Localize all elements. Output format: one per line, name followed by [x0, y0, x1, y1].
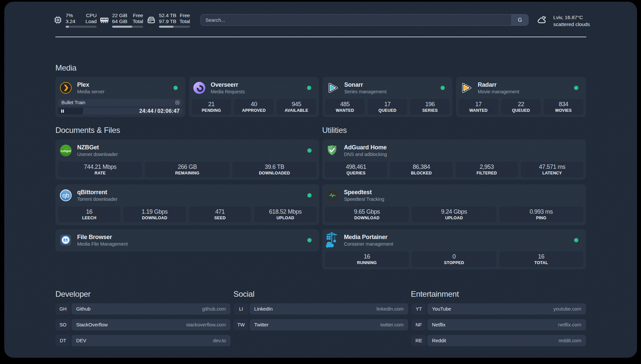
- svg-text:nzbget: nzbget: [61, 149, 71, 153]
- svg-text:qb: qb: [62, 192, 69, 199]
